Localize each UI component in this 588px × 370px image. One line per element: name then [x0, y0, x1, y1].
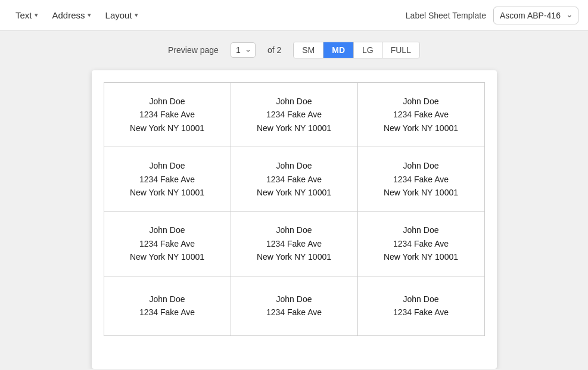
template-select-wrapper: Ascom ABP-416 Option 2 Option 3 [493, 7, 578, 24]
size-md-button[interactable]: MD [323, 42, 354, 58]
size-full-button[interactable]: FULL [382, 42, 419, 58]
layout-menu-label: Layout [105, 10, 132, 20]
label-sheet-template-label: Label Sheet Template [406, 11, 486, 20]
label-cell: John Doe1234 Fake AveNew York NY 10001 [104, 147, 231, 212]
page-select-wrapper: 1 2 [231, 42, 256, 58]
label-line1: John Doe [237, 159, 351, 172]
text-menu-button[interactable]: Text ▾ [10, 7, 44, 24]
label-line2: 1234 Fake Ave [364, 237, 478, 250]
size-sm-button[interactable]: SM [294, 42, 323, 58]
label-line1: John Doe [110, 223, 225, 237]
label-line3: New York NY 10001 [364, 122, 478, 135]
label-line2: 1234 Fake Ave [237, 237, 351, 250]
label-line3: New York NY 10001 [364, 186, 478, 199]
address-chevron-icon: ▾ [88, 11, 91, 19]
size-lg-button[interactable]: LG [354, 42, 382, 58]
address-menu-button[interactable]: Address ▾ [46, 7, 97, 24]
address-menu-label: Address [52, 10, 85, 20]
label-line1: John Doe [364, 159, 478, 172]
label-line2: 1234 Fake Ave [364, 108, 478, 121]
label-line1: John Doe [364, 293, 478, 306]
label-cell: John Doe1234 Fake AveNew York NY 10001 [358, 147, 485, 212]
label-line2: 1234 Fake Ave [364, 173, 478, 186]
label-line2: 1234 Fake Ave [237, 173, 351, 186]
label-line2: 1234 Fake Ave [364, 306, 478, 319]
label-cell: John Doe1234 Fake AveNew York NY 10001 [104, 212, 231, 276]
label-line3: New York NY 10001 [110, 122, 225, 135]
label-line2: 1234 Fake Ave [237, 108, 351, 121]
label-line1: John Doe [237, 223, 351, 237]
template-select[interactable]: Ascom ABP-416 Option 2 Option 3 [493, 7, 578, 24]
label-line2: 1234 Fake Ave [110, 108, 225, 121]
label-line1: John Doe [364, 95, 478, 108]
text-menu-label: Text [15, 10, 32, 20]
layout-menu-button[interactable]: Layout ▾ [99, 7, 144, 24]
label-line3: New York NY 10001 [110, 186, 225, 199]
label-sheet: John Doe1234 Fake AveNew York NY 10001Jo… [92, 70, 497, 369]
label-line2: 1234 Fake Ave [110, 173, 225, 186]
label-cell: John Doe1234 Fake AveNew York NY 10001 [104, 83, 231, 147]
text-chevron-icon: ▾ [35, 11, 38, 19]
label-line1: John Doe [110, 293, 225, 306]
label-line1: John Doe [364, 223, 478, 237]
label-cell: John Doe1234 Fake AveNew York NY 10001 [358, 83, 485, 147]
label-cell: John Doe1234 Fake AveNew York NY 10001 [231, 83, 358, 147]
total-pages-label: of 2 [267, 45, 281, 55]
toolbar: Text ▾ Address ▾ Layout ▾ Label Sheet Te… [0, 0, 588, 31]
toolbar-right: Label Sheet Template Ascom ABP-416 Optio… [406, 7, 578, 24]
main-content: John Doe1234 Fake AveNew York NY 10001Jo… [0, 64, 588, 369]
label-line3: New York NY 10001 [237, 186, 351, 199]
label-cell: John Doe1234 Fake AveNew York NY 10001 [231, 212, 358, 276]
toolbar-left: Text ▾ Address ▾ Layout ▾ [10, 7, 144, 24]
label-line3: New York NY 10001 [110, 250, 225, 263]
preview-controls: Preview page 1 2 of 2 SM MD LG FULL [0, 31, 588, 64]
label-cell: John Doe1234 Fake Ave [358, 276, 485, 336]
label-line1: John Doe [110, 159, 225, 172]
label-line1: John Doe [110, 95, 225, 108]
label-line2: 1234 Fake Ave [110, 306, 225, 319]
label-line2: 1234 Fake Ave [110, 237, 225, 250]
label-cell: John Doe1234 Fake Ave [104, 276, 231, 336]
page-number-select[interactable]: 1 2 [231, 42, 256, 58]
size-buttons-group: SM MD LG FULL [293, 42, 420, 58]
label-cell: John Doe1234 Fake Ave [231, 276, 358, 336]
label-cell: John Doe1234 Fake AveNew York NY 10001 [231, 147, 358, 212]
label-line1: John Doe [237, 95, 351, 108]
preview-page-label: Preview page [168, 45, 219, 55]
label-line1: John Doe [237, 293, 351, 306]
label-cell: John Doe1234 Fake AveNew York NY 10001 [358, 212, 485, 276]
label-line3: New York NY 10001 [237, 250, 351, 263]
label-grid: John Doe1234 Fake AveNew York NY 10001Jo… [104, 82, 485, 336]
label-line2: 1234 Fake Ave [237, 306, 351, 319]
label-line3: New York NY 10001 [364, 250, 478, 263]
label-line3: New York NY 10001 [237, 122, 351, 135]
layout-chevron-icon: ▾ [135, 11, 138, 19]
